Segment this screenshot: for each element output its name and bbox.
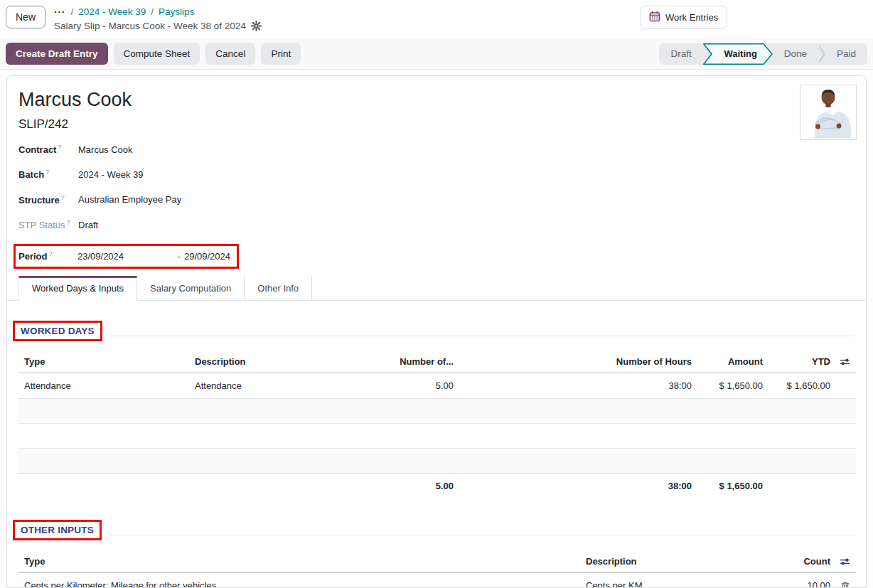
col-ytd[interactable]: YTD	[768, 351, 836, 373]
cell-ytd[interactable]: $ 1,650.00	[768, 373, 836, 399]
optional-columns-icon[interactable]	[836, 351, 856, 373]
col-description[interactable]: Description	[189, 351, 392, 373]
create-draft-entry-button[interactable]: Create Draft Entry	[6, 43, 108, 65]
cell-number-of-hours[interactable]: 38:00	[459, 373, 697, 399]
other-inputs-header-row: Type Description Count	[18, 550, 856, 572]
other-inputs-section-title: OTHER INPUTS	[21, 525, 94, 535]
tab-salary-computation[interactable]: Salary Computation	[137, 276, 245, 300]
form-sheet: Marcus Cook SLIP/242 Contract? Marcus Co…	[6, 75, 867, 588]
batch-value[interactable]: 2024 - Week 39	[78, 169, 144, 180]
col-type[interactable]: Type	[18, 351, 189, 373]
breadcrumb-link-payslips[interactable]: Payslips	[159, 6, 194, 17]
cell-number-of[interactable]: 5.00	[392, 373, 459, 399]
new-button[interactable]: New	[6, 6, 45, 28]
notebook-tabs: Worked Days & Inputs Salary Computation …	[7, 276, 866, 301]
section-divider	[109, 535, 855, 535]
other-inputs-section-header: OTHER INPUTS	[18, 520, 855, 540]
gear-icon[interactable]	[251, 21, 262, 31]
chevron-right-icon	[818, 43, 825, 65]
cell-description[interactable]: Attendance	[189, 373, 392, 399]
structure-value[interactable]: Australian Employee Pay	[78, 194, 181, 205]
help-icon: ?	[45, 169, 49, 176]
col-count[interactable]: Count	[765, 550, 836, 572]
cell-count[interactable]: 10.00	[765, 572, 836, 588]
worked-days-table: Type Description Number of... Number of …	[18, 351, 856, 499]
status-stage-draft[interactable]: Draft	[659, 43, 702, 65]
structure-label: Structure	[18, 195, 60, 205]
period-label: Period	[18, 252, 47, 262]
cell-description[interactable]: Cents per KM	[580, 572, 765, 588]
cell-type[interactable]: Attendance	[18, 373, 189, 399]
tab-worked-days-inputs[interactable]: Worked Days & Inputs	[18, 276, 137, 301]
work-entries-button[interactable]: Work Entries	[640, 6, 727, 29]
empty-row	[18, 449, 856, 474]
col-number-of[interactable]: Number of...	[392, 351, 459, 373]
breadcrumb-separator: /	[71, 6, 74, 17]
worked-days-header-row: Type Description Number of... Number of …	[18, 351, 856, 373]
field-period: Period? 23/09/2024 - 29/09/2024	[18, 244, 855, 268]
cancel-button[interactable]: Cancel	[205, 43, 255, 65]
worked-days-annotation-box: WORKED DAYS	[13, 321, 102, 341]
stp-status-value: Draft	[78, 220, 98, 230]
tab-other-info[interactable]: Other Info	[245, 276, 312, 300]
worked-days-section-title: WORKED DAYS	[21, 326, 95, 336]
print-button[interactable]: Print	[261, 43, 301, 65]
stp-status-label: STP Status	[18, 220, 65, 230]
field-structure: Structure? Australian Employee Pay	[18, 194, 855, 205]
page-title: Marcus Cook	[18, 89, 855, 111]
period-start-date[interactable]: 23/09/2024	[77, 251, 124, 262]
other-inputs-row: Cents per Kilometer: Mileage for other v…	[18, 572, 856, 588]
help-icon: ?	[67, 219, 70, 226]
breadcrumb-link-batch[interactable]: 2024 - Week 39	[78, 6, 146, 17]
compute-sheet-button[interactable]: Compute Sheet	[114, 43, 200, 65]
section-divider	[109, 336, 855, 336]
col-amount[interactable]: Amount	[697, 351, 768, 373]
period-end-date[interactable]: 29/09/2024	[184, 251, 230, 262]
trash-icon	[840, 581, 850, 588]
empty-row	[18, 399, 856, 424]
delete-row-button[interactable]	[836, 572, 856, 588]
field-group: Contract? Marcus Cook Batch? 2024 - Week…	[18, 144, 855, 269]
top-bar: New ··· / 2024 - Week 39 / Payslips Sala…	[0, 0, 873, 38]
status-stage-waiting-active[interactable]: Waiting	[703, 43, 773, 65]
action-bar: Create Draft Entry Compute Sheet Cancel …	[0, 38, 873, 70]
status-stage-done[interactable]: Done	[773, 43, 818, 65]
breadcrumb-current: Salary Slip - Marcus Cook - Week 38 of 2…	[54, 21, 246, 31]
total-number-of-hours: 38:00	[459, 474, 697, 499]
employee-avatar[interactable]	[800, 85, 857, 140]
worked-days-row: Attendance Attendance 5.00 38:00 $ 1,650…	[18, 373, 856, 399]
optional-columns-icon[interactable]	[836, 550, 856, 572]
calendar-icon	[649, 11, 660, 24]
field-batch: Batch? 2024 - Week 39	[18, 169, 855, 180]
slip-reference: SLIP/242	[18, 117, 855, 132]
other-inputs-annotation-box: OTHER INPUTS	[13, 520, 102, 540]
breadcrumb-overflow-menu[interactable]: ···	[54, 6, 66, 17]
total-number-of: 5.00	[392, 474, 459, 499]
work-entries-label: Work Entries	[665, 12, 718, 23]
period-date-separator: -	[178, 251, 181, 262]
empty-row	[18, 424, 856, 449]
help-icon: ?	[58, 144, 61, 151]
col-description[interactable]: Description	[580, 550, 765, 572]
breadcrumb-separator: /	[151, 6, 154, 17]
contract-label: Contract	[18, 144, 56, 155]
status-bar: Draft Waiting Done Paid	[659, 43, 867, 65]
help-icon: ?	[61, 194, 65, 201]
cell-amount[interactable]: $ 1,650.00	[697, 373, 768, 399]
field-contract: Contract? Marcus Cook	[18, 144, 855, 155]
contract-value[interactable]: Marcus Cook	[78, 144, 133, 155]
period-annotation-box: Period? 23/09/2024 - 29/09/2024	[14, 244, 239, 268]
help-icon: ?	[48, 250, 52, 257]
col-number-of-hours[interactable]: Number of Hours	[459, 351, 697, 373]
cell-type[interactable]: Cents per Kilometer: Mileage for other v…	[18, 572, 580, 588]
other-inputs-table: Type Description Count Cents per Kilomet…	[18, 550, 856, 588]
batch-label: Batch	[18, 170, 44, 181]
col-type[interactable]: Type	[18, 550, 580, 572]
breadcrumb: ··· / 2024 - Week 39 / Payslips Salary S…	[54, 6, 262, 31]
status-stage-paid[interactable]: Paid	[825, 43, 867, 65]
status-stage-waiting-label: Waiting	[718, 48, 756, 59]
worked-days-section-header: WORKED DAYS	[18, 321, 855, 341]
worked-days-totals-row: 5.00 38:00 $ 1,650.00	[18, 474, 856, 499]
total-amount: $ 1,650.00	[697, 474, 768, 499]
field-stp-status: STP Status? Draft	[18, 219, 855, 230]
